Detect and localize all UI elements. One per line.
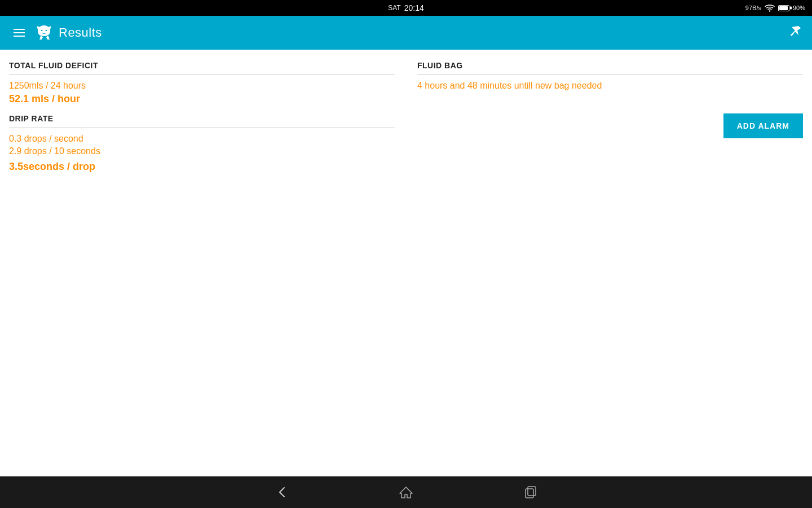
menu-line-1 [14,29,25,30]
menu-button[interactable] [9,24,29,41]
fluid-bag-section: FLUID BAG 4 hours and 48 minutes untill … [417,61,803,91]
menu-line-2 [14,32,25,33]
nav-bar [0,476,812,508]
svg-marker-1 [400,487,412,498]
back-button[interactable] [271,481,293,503]
pin-button[interactable] [787,24,803,42]
fluid-bag-title: FLUID BAG [417,61,803,75]
back-icon [274,484,290,500]
recent-apps-button[interactable] [519,481,541,503]
home-icon [398,484,414,500]
status-time: 20:14 [404,3,424,12]
drip-rate-value2: 2.9 drops / 10 seconds [9,146,395,156]
drip-rate-value1: 0.3 drops / second [9,134,395,144]
wifi-icon [765,4,775,12]
app-logo [35,24,53,42]
status-bar: SAT 20:14 97B/s 90% [0,0,812,16]
right-panel: FLUID BAG 4 hours and 48 minutes untill … [406,61,803,173]
app-bar: Results [0,16,812,50]
svg-rect-3 [528,487,536,496]
status-bar-center: SAT 20:14 [388,3,424,12]
data-speed: 97B/s [745,5,761,11]
left-panel: TOTAL FLUID DEFICIT 1250mls / 24 hours 5… [9,61,406,173]
home-button[interactable] [395,481,417,503]
page-title: Results [59,25,787,40]
drip-rate-title: DRIP RATE [9,114,395,128]
fluid-deficit-value1: 1250mls / 24 hours [9,81,395,91]
fluid-bag-time: 4 hours and 48 minutes untill new bag ne… [417,81,803,91]
main-content: TOTAL FLUID DEFICIT 1250mls / 24 hours 5… [0,50,812,173]
add-alarm-container: ADD ALARM [417,113,803,138]
fluid-deficit-value2: 52.1 mls / hour [9,93,395,105]
battery-icon [778,5,789,11]
svg-rect-2 [526,489,533,498]
recent-apps-icon [522,484,538,500]
status-bar-right: 97B/s 90% [745,4,805,12]
pin-icon [787,24,803,40]
svg-point-0 [769,10,770,11]
menu-line-3 [14,36,25,37]
battery-level: 90% [793,5,805,11]
drip-rate-value3: 3.5seconds / drop [9,161,395,173]
total-fluid-deficit-title: TOTAL FLUID DEFICIT [9,61,395,75]
total-fluid-deficit-section: TOTAL FLUID DEFICIT 1250mls / 24 hours 5… [9,61,395,105]
add-alarm-button[interactable]: ADD ALARM [723,113,803,138]
drip-rate-section: DRIP RATE 0.3 drops / second 2.9 drops /… [9,114,395,173]
status-day: SAT [388,4,400,12]
